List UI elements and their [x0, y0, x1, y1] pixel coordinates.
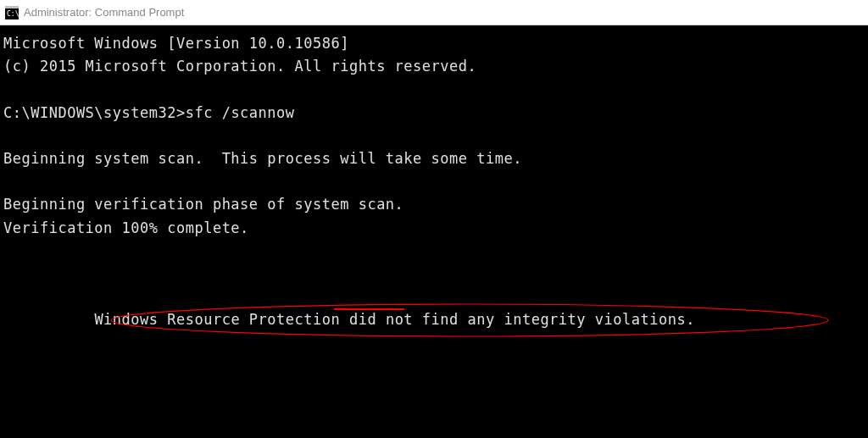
blank-line: [3, 125, 865, 147]
terminal-output[interactable]: Microsoft Windows [Version 10.0.10586] (…: [0, 25, 868, 438]
verify-done-line: Verification 100% complete.: [3, 217, 865, 240]
entered-command: sfc /scannow: [186, 104, 295, 121]
blank-line: [3, 78, 865, 101]
svg-text:C:\: C:\: [7, 10, 19, 18]
result-text: Windows Resource Protection did not find…: [94, 311, 695, 328]
blank-line: [3, 424, 865, 438]
copyright-line: (c) 2015 Microsoft Corporation. All righ…: [3, 55, 865, 78]
window-titlebar: C:\ Administrator: Command Prompt: [0, 0, 868, 25]
cmd-icon: C:\: [5, 6, 19, 19]
banner-line: Microsoft Windows [Version 10.0.10586]: [3, 32, 865, 55]
scan-begin-line: Beginning system scan. This process will…: [3, 147, 865, 170]
verify-phase-line: Beginning verification phase of system s…: [3, 193, 865, 216]
svg-rect-1: [5, 6, 19, 8]
prompt-line: C:\WINDOWS\system32>sfc /scannow: [3, 102, 865, 125]
result-line: Windows Resource Protection did not find…: [3, 263, 865, 424]
blank-line: [3, 240, 865, 263]
window-title: Administrator: Command Prompt: [24, 6, 184, 19]
blank-line: [3, 170, 865, 193]
annotation-underline: [334, 308, 404, 310]
prompt-path: C:\WINDOWS\system32>: [3, 104, 186, 121]
